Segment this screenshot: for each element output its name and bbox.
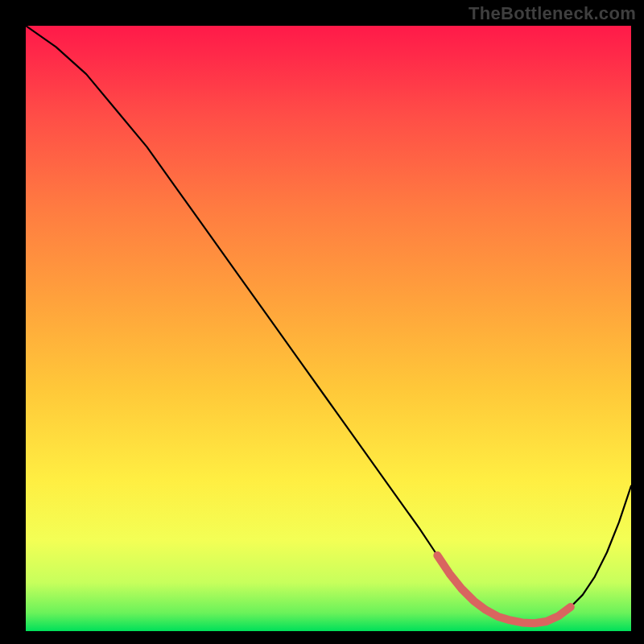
chart-stage: TheBottleneck.com bbox=[0, 0, 644, 644]
watermark-text: TheBottleneck.com bbox=[469, 3, 636, 24]
plot-area bbox=[26, 26, 631, 631]
gradient-background bbox=[26, 26, 631, 631]
chart-svg bbox=[26, 26, 631, 631]
